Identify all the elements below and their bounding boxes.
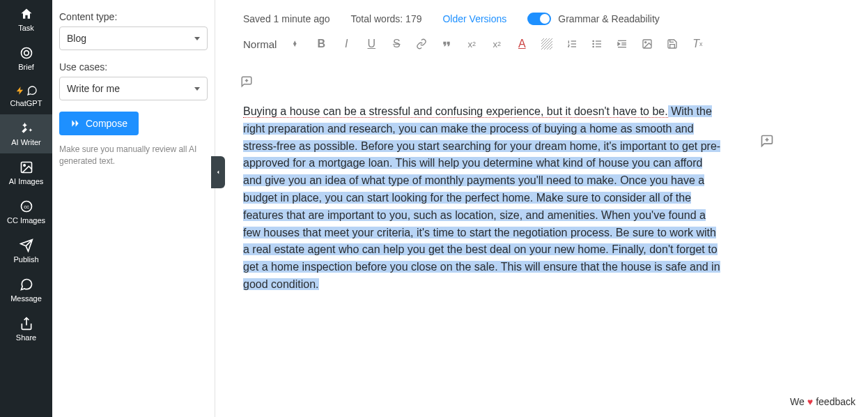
sidebar-item-label: AI Images <box>9 177 44 185</box>
ordered-list-button[interactable] <box>566 38 578 50</box>
lightning-icon <box>15 85 25 96</box>
message-icon <box>20 278 33 291</box>
svg-point-21 <box>645 42 646 43</box>
target-icon <box>20 46 33 60</box>
compose-button[interactable]: Compose <box>59 112 139 135</box>
indent-button[interactable] <box>616 38 628 50</box>
editor-text-highlighted: With the right preparation and research,… <box>243 105 720 290</box>
sidebar-item-chatgpt[interactable]: ChatGPT <box>0 78 52 114</box>
add-comment-button[interactable] <box>240 75 253 88</box>
save-button[interactable] <box>666 38 679 50</box>
feedback-prefix: We <box>790 396 805 407</box>
comment-sidebar-button[interactable] <box>760 134 774 151</box>
magic-wand-icon <box>20 121 33 135</box>
chevron-down-icon <box>194 87 200 91</box>
format-picker[interactable]: Normal ▲▼ <box>243 38 302 50</box>
picker-caret-icon: ▲▼ <box>292 41 297 47</box>
svg-text:cc: cc <box>24 204 29 210</box>
sidebar-item-label: ChatGPT <box>10 99 42 107</box>
sidebar-item-label: AI Writer <box>11 138 41 146</box>
content-type-select[interactable]: Blog <box>59 26 208 50</box>
heart-icon: ♥ <box>807 396 813 407</box>
format-label: Normal <box>243 38 277 50</box>
formatting-toolbar: Normal ▲▼ B I U S x2 x2 A Tx <box>215 35 868 96</box>
image-icon <box>20 160 33 174</box>
clear-formatting-button[interactable]: Tx <box>691 38 704 50</box>
svg-point-3 <box>23 165 25 167</box>
bold-button[interactable]: B <box>315 38 327 50</box>
top-bar: Saved 1 minute ago Total words: 179 Olde… <box>215 0 868 35</box>
share-icon <box>20 317 33 331</box>
total-words: Total words: 179 <box>351 13 422 24</box>
cc-icon: cc <box>20 199 33 213</box>
svg-point-13 <box>593 40 594 41</box>
svg-point-0 <box>21 48 31 59</box>
highlight-color-button[interactable] <box>541 38 553 50</box>
sidebar-item-label: Message <box>10 294 42 303</box>
grammar-toggle[interactable] <box>527 13 551 25</box>
main-area: Saved 1 minute ago Total words: 179 Olde… <box>215 0 868 417</box>
compose-label: Compose <box>86 118 127 129</box>
editor-text-plain: Buying a house can be a stressful and co… <box>243 105 668 118</box>
feedback-link[interactable]: We ♥ feedback <box>790 396 855 407</box>
sidebar-item-cc-images[interactable]: cc CC Images <box>0 192 52 232</box>
subscript-button[interactable]: x2 <box>465 38 478 50</box>
sidebar-item-label: Brief <box>18 63 34 71</box>
sidebar-item-brief[interactable]: Brief <box>0 39 52 78</box>
sidebar-item-ai-writer[interactable]: AI Writer <box>0 114 52 153</box>
chat-icon <box>26 85 38 96</box>
sidebar-item-share[interactable]: Share <box>0 310 52 349</box>
sidebar-item-label: Task <box>18 24 34 32</box>
comment-plus-icon <box>760 134 774 148</box>
italic-button[interactable]: I <box>340 38 352 50</box>
paper-plane-icon <box>20 238 33 252</box>
sidebar-item-task[interactable]: Task <box>0 0 52 39</box>
strikethrough-button[interactable]: S <box>390 38 403 50</box>
use-cases-label: Use cases: <box>59 61 208 73</box>
settings-panel: Content type: Blog Use cases: Write for … <box>52 0 215 417</box>
sidebar-item-ai-images[interactable]: AI Images <box>0 153 52 192</box>
unordered-list-button[interactable] <box>591 38 603 50</box>
sidebar: Task Brief ChatGPT AI Writer AI Images c… <box>0 0 52 417</box>
link-button[interactable] <box>415 38 428 50</box>
svg-point-15 <box>593 46 594 47</box>
chevron-down-icon <box>194 37 200 40</box>
underline-button[interactable]: U <box>365 38 378 50</box>
forward-icon <box>70 119 80 128</box>
sidebar-item-message[interactable]: Message <box>0 271 52 310</box>
svg-rect-6 <box>541 38 552 50</box>
sidebar-item-label: Share <box>16 333 36 342</box>
text-color-button[interactable]: A <box>516 38 528 50</box>
editor-content[interactable]: Buying a house can be a stressful and co… <box>215 96 752 417</box>
sidebar-item-label: Publish <box>13 255 38 264</box>
saved-status: Saved 1 minute ago <box>243 13 330 24</box>
sidebar-item-publish[interactable]: Publish <box>0 232 52 271</box>
blockquote-button[interactable] <box>440 38 453 50</box>
grammar-label: Grammar & Readability <box>558 13 660 24</box>
use-cases-select[interactable]: Write for me <box>59 77 208 100</box>
sidebar-item-label: CC Images <box>7 216 45 225</box>
feedback-suffix: feedback <box>816 396 855 407</box>
content-type-label: Content type: <box>59 11 208 22</box>
insert-image-button[interactable] <box>641 38 653 50</box>
older-versions-link[interactable]: Older Versions <box>442 13 506 24</box>
svg-point-14 <box>593 43 594 44</box>
home-icon <box>20 7 33 21</box>
review-note: Make sure you manually review all AI gen… <box>59 144 208 167</box>
content-type-value: Blog <box>67 33 86 44</box>
superscript-button[interactable]: x2 <box>490 38 503 50</box>
grammar-toggle-wrap: Grammar & Readability <box>527 13 660 25</box>
svg-point-1 <box>24 51 29 56</box>
use-cases-value: Write for me <box>67 83 120 94</box>
